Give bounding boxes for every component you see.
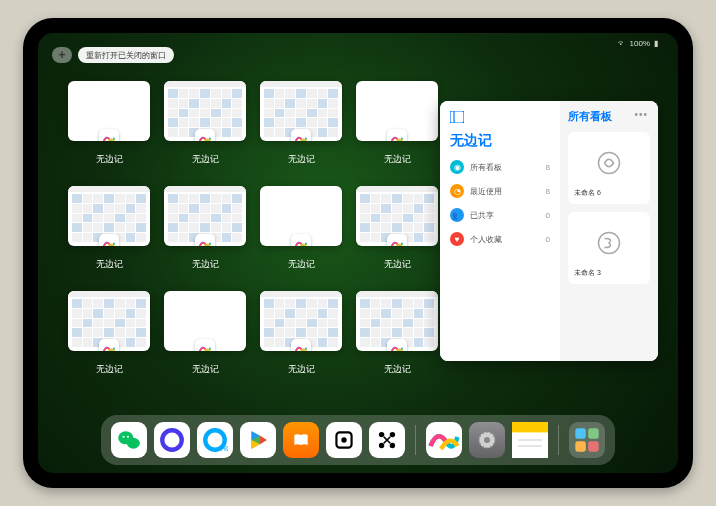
window-thumbnail[interactable]: 无边记 [68, 291, 150, 376]
menu-count: 0 [546, 235, 550, 244]
freeform-app-icon [387, 234, 407, 246]
window-thumbnail[interactable]: 无边记 [164, 186, 246, 271]
dock-app-library-icon[interactable] [569, 422, 605, 458]
dock-separator [415, 425, 416, 455]
board-label: 未命名 3 [574, 268, 644, 278]
dock-separator [558, 425, 559, 455]
sidebar: 无边记 ◉所有看板8◔最近使用8👥已共享0♥个人收藏0 [440, 101, 560, 361]
window-label: 无边记 [384, 153, 411, 166]
window-label: 无边记 [288, 363, 315, 376]
freeform-app-icon [387, 339, 407, 351]
svg-rect-38 [588, 441, 599, 452]
menu-icon: ◔ [450, 184, 464, 198]
freeform-app-icon [291, 234, 311, 246]
svg-point-18 [484, 437, 490, 443]
dock-wechat-icon[interactable] [111, 422, 147, 458]
freeform-app-icon [291, 129, 311, 141]
window-label: 无边记 [288, 153, 315, 166]
new-window-button[interactable]: + [52, 47, 72, 63]
freeform-app-icon [291, 339, 311, 351]
svg-rect-35 [575, 428, 586, 439]
screen: ᯤ 100% ▮ + 重新打开已关闭的窗口 无边记无边记无边记无边记无边记无边记… [38, 33, 678, 473]
menu-icon: ◉ [450, 160, 464, 174]
window-label: 无边记 [96, 153, 123, 166]
battery-label: 100% [630, 39, 650, 48]
svg-text:HD: HD [220, 444, 228, 453]
freeform-app-icon [99, 339, 119, 351]
sidebar-menu: ◉所有看板8◔最近使用8👥已共享0♥个人收藏0 [450, 160, 550, 246]
freeform-app-icon [99, 234, 119, 246]
sidebar-toggle-icon[interactable] [450, 111, 550, 126]
window-thumbnail[interactable]: 无边记 [356, 81, 438, 166]
svg-rect-37 [575, 441, 586, 452]
freeform-app-icon [195, 129, 215, 141]
window-label: 无边记 [384, 258, 411, 271]
freeform-app-icon [387, 129, 407, 141]
window-label: 无边记 [384, 363, 411, 376]
menu-count: 8 [546, 187, 550, 196]
menu-icon: 👥 [450, 208, 464, 222]
dock-settings-icon[interactable] [469, 422, 505, 458]
board-label: 未命名 6 [574, 188, 644, 198]
dock-play-video-icon[interactable] [240, 422, 276, 458]
boards-panel: 所有看板 未命名 6未命名 3 [560, 101, 658, 361]
window-thumbnail[interactable]: 无边记 [68, 186, 150, 271]
app-switcher-grid: 无边记无边记无边记无边记无边记无边记无边记无边记无边记无边记无边记无边记 [68, 81, 438, 376]
dock-notes-icon[interactable] [512, 422, 548, 458]
window-label: 无边记 [96, 363, 123, 376]
board-card[interactable]: 未命名 3 [568, 212, 650, 284]
dock-qq-browser-icon[interactable]: HD [197, 422, 233, 458]
window-label: 无边记 [288, 258, 315, 271]
freeform-app-icon [195, 234, 215, 246]
battery-icon: ▮ [654, 39, 658, 48]
sidebar-item-3[interactable]: ♥个人收藏0 [450, 232, 550, 246]
freeform-app-icon [99, 129, 119, 141]
dock-connect-icon[interactable] [369, 422, 405, 458]
freeform-window[interactable]: ••• 无边记 ◉所有看板8◔最近使用8👥已共享0♥个人收藏0 所有看板 未命名… [440, 101, 658, 361]
svg-point-7 [127, 436, 129, 438]
sidebar-item-0[interactable]: ◉所有看板8 [450, 160, 550, 174]
dock-freeform-icon[interactable] [426, 422, 462, 458]
window-thumbnail[interactable]: 无边记 [164, 81, 246, 166]
dock-books-icon[interactable] [283, 422, 319, 458]
window-label: 无边记 [192, 153, 219, 166]
menu-count: 0 [546, 211, 550, 220]
board-card[interactable]: 未命名 6 [568, 132, 650, 204]
window-thumbnail[interactable]: 无边记 [68, 81, 150, 166]
window-thumbnail[interactable]: 无边记 [356, 291, 438, 376]
window-thumbnail[interactable]: 无边记 [260, 81, 342, 166]
more-icon[interactable]: ••• [634, 109, 648, 120]
svg-point-8 [162, 430, 182, 450]
sidebar-item-1[interactable]: ◔最近使用8 [450, 184, 550, 198]
svg-point-16 [390, 443, 395, 448]
menu-icon: ♥ [450, 232, 464, 246]
svg-point-5 [127, 438, 140, 449]
window-label: 无边记 [192, 363, 219, 376]
svg-point-6 [123, 436, 125, 438]
reopen-closed-window-button[interactable]: 重新打开已关闭的窗口 [78, 47, 174, 63]
window-thumbnail[interactable]: 无边记 [260, 291, 342, 376]
board-preview [574, 218, 644, 268]
window-thumbnail[interactable]: 无边记 [164, 291, 246, 376]
freeform-app-icon [195, 339, 215, 351]
dock: HD [101, 415, 615, 465]
window-thumbnail[interactable]: 无边记 [260, 186, 342, 271]
svg-rect-31 [512, 422, 548, 433]
window-label: 无边记 [96, 258, 123, 271]
topbar: + 重新打开已关闭的窗口 [52, 47, 174, 63]
menu-label: 最近使用 [470, 186, 502, 197]
wifi-icon: ᯤ [618, 39, 626, 48]
svg-point-13 [379, 432, 384, 437]
svg-rect-0 [450, 111, 464, 123]
svg-rect-36 [588, 428, 599, 439]
svg-point-12 [341, 437, 346, 442]
menu-label: 个人收藏 [470, 234, 502, 245]
sidebar-item-2[interactable]: 👥已共享0 [450, 208, 550, 222]
window-label: 无边记 [192, 258, 219, 271]
dock-quark-browser-icon[interactable] [154, 422, 190, 458]
app-title: 无边记 [450, 132, 550, 150]
svg-point-2 [599, 153, 620, 174]
window-thumbnail[interactable]: 无边记 [356, 186, 438, 271]
menu-label: 已共享 [470, 210, 494, 221]
dock-dice-icon[interactable] [326, 422, 362, 458]
